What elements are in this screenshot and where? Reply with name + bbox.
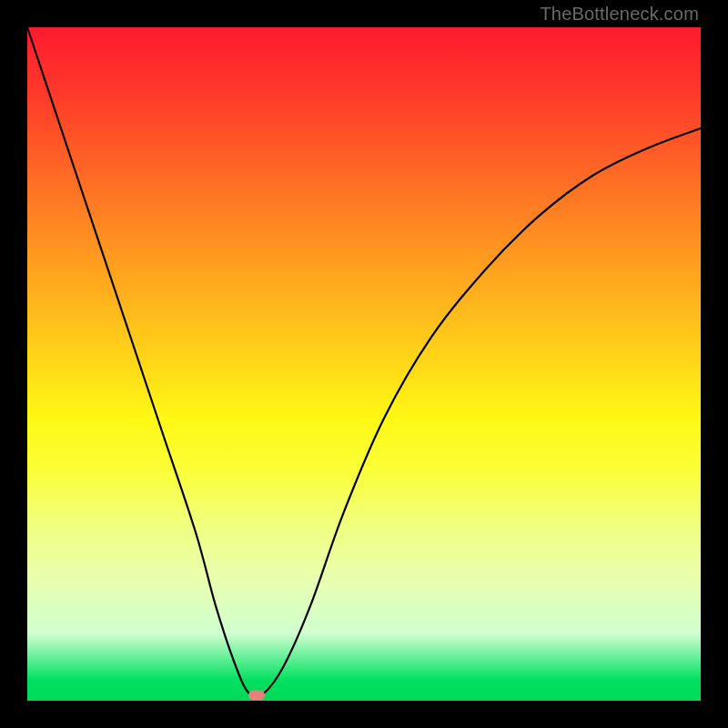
- bottleneck-curve: [27, 27, 701, 701]
- plot-area: [27, 27, 701, 701]
- dip-marker: [248, 691, 265, 701]
- chart-frame: TheBottleneck.com: [0, 0, 728, 728]
- watermark-text: TheBottleneck.com: [540, 4, 699, 25]
